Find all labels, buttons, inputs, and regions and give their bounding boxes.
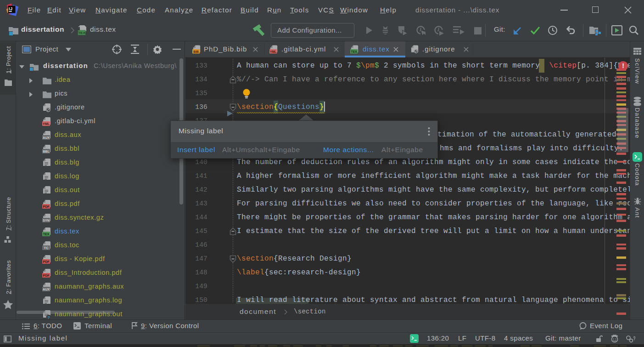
svg-text:PDF: PDF xyxy=(43,274,50,277)
svg-text:TEX: TEX xyxy=(351,50,358,53)
svg-text:AUX: AUX xyxy=(43,288,50,291)
svg-text:IJ: IJ xyxy=(9,6,13,11)
svg-text:YML: YML xyxy=(43,122,50,125)
svg-text:TEX: TEX xyxy=(43,233,50,236)
svg-text:PDF: PDF xyxy=(43,260,50,263)
svg-text:BIB: BIB xyxy=(193,50,199,53)
svg-text:BBL: BBL xyxy=(43,150,50,153)
svg-text:SYN: SYN xyxy=(43,219,49,222)
svg-text:TEX: TEX xyxy=(78,31,85,35)
svg-text:AUX: AUX xyxy=(43,136,50,139)
svg-text:?: ? xyxy=(47,315,50,320)
svg-text:TC: TC xyxy=(44,246,49,250)
svg-text:?: ? xyxy=(633,336,635,341)
svg-text:PDF: PDF xyxy=(43,205,50,208)
svg-text:YML: YML xyxy=(270,50,276,53)
